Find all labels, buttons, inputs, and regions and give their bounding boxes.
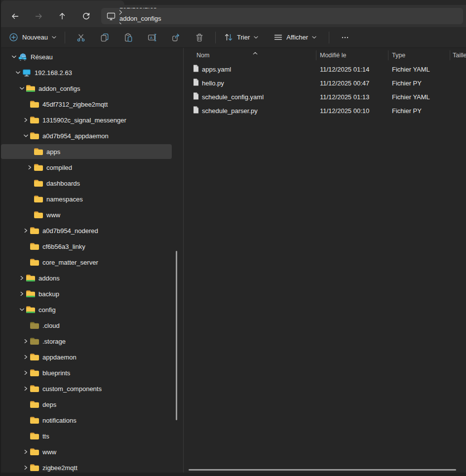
tree-item-45df7312_zigbee2mqtt[interactable]: 45df7312_zigbee2mqtt (0, 96, 183, 112)
tree-expand-chevron[interactable] (22, 464, 30, 472)
tree-expand-chevron[interactable] (18, 306, 26, 314)
column-resize-handle[interactable] (388, 50, 388, 60)
share-button[interactable] (167, 30, 184, 45)
tree-item-addon_configs[interactable]: addon_configs (0, 80, 183, 96)
address-field[interactable]: Réseau192.168.2.63addon_configsa0d7b954_… (101, 8, 463, 24)
breadcrumb-item-192.168.2.63[interactable]: 192.168.2.63 (116, 8, 160, 12)
folder-shared-icon (26, 306, 36, 314)
tree-expand-chevron[interactable] (18, 274, 26, 282)
chevron-placeholder (22, 321, 30, 329)
tree-item-backup[interactable]: backup (0, 286, 183, 302)
folder-icon (30, 369, 39, 377)
copy-button[interactable] (96, 30, 113, 45)
column-header-size[interactable]: Taille (450, 52, 466, 59)
folder-icon (34, 195, 43, 203)
tree-expand-chevron[interactable] (18, 84, 26, 92)
file-icon (193, 92, 199, 101)
tree-expand-chevron[interactable] (18, 290, 26, 298)
tree-expand-chevron[interactable] (22, 448, 30, 456)
chevron-right-icon (23, 370, 28, 375)
network-icon (18, 53, 28, 61)
file-icon (193, 79, 199, 86)
file-type: Fichier PY (388, 79, 450, 87)
file-row-apps.yaml[interactable]: apps.yaml11/12/2025 01:14Fichier YAML (184, 62, 466, 76)
chevron-right-icon (27, 165, 32, 170)
column-header-modified[interactable]: Modifié le (316, 52, 388, 59)
file-row-schedule_parser.py[interactable]: schedule_parser.py11/12/2025 00:10Fichie… (184, 104, 466, 118)
file-row-schedule_config.yaml[interactable]: schedule_config.yaml11/12/2025 01:13Fich… (184, 90, 466, 104)
column-header-name[interactable]: Nom (184, 52, 316, 59)
tree-expand-chevron[interactable] (22, 116, 30, 124)
folder-icon (30, 448, 39, 456)
tree-item-a0d7b954_appdaemon[interactable]: a0d7b954_appdaemon (0, 128, 183, 144)
more-ellipsis-icon (341, 34, 349, 41)
tree-expand-chevron[interactable] (26, 163, 34, 171)
tree-item-www[interactable]: www (0, 207, 183, 223)
sort-button[interactable]: Trier (220, 30, 263, 45)
tree-item-addons[interactable]: addons (0, 270, 183, 286)
tree-item-label: backup (39, 290, 59, 298)
tree-expand-chevron[interactable] (14, 69, 22, 77)
new-button[interactable]: Nouveau (4, 30, 61, 45)
paste-button[interactable] (120, 30, 137, 45)
tree-expand-chevron[interactable] (22, 227, 30, 235)
content-area: Réseau 192.168.2.63 addon_configs 45df73… (0, 48, 466, 476)
tree-item-apps[interactable]: apps (0, 144, 183, 159)
delete-button[interactable] (191, 30, 208, 45)
tree-item-1315902c_signal_messenger[interactable]: 1315902c_signal_messenger (0, 112, 183, 128)
tree-item-appdaemon[interactable]: appdaemon (0, 349, 183, 365)
file-icon (193, 65, 199, 72)
back-button[interactable] (6, 8, 24, 24)
tree-item-deps[interactable]: deps (0, 397, 183, 412)
tree-expand-chevron[interactable] (22, 353, 30, 361)
tree-item-compiled[interactable]: compiled (0, 159, 183, 175)
column-resize-handle[interactable] (450, 50, 450, 60)
tree-expand-chevron[interactable] (22, 385, 30, 393)
svg-text:A: A (150, 35, 153, 40)
tree-item-label: 192.168.2.63 (35, 69, 72, 77)
tree-item-dashboards[interactable]: dashboards (0, 175, 183, 191)
folder-icon (34, 179, 43, 187)
tree-item-label: deps (42, 401, 56, 408)
chevron-placeholder (22, 400, 30, 408)
column-header-type[interactable]: Type (388, 52, 450, 59)
cut-button[interactable] (73, 30, 89, 45)
chevron-right-icon (23, 449, 28, 454)
breadcrumb-item-addon_configs[interactable]: addon_configs (116, 12, 165, 24)
tree-item-blueprints[interactable]: blueprints (0, 365, 183, 381)
tree-item-namespaces[interactable]: namespaces (0, 191, 183, 207)
folder-icon (34, 163, 43, 171)
tree-item-.storage[interactable]: .storage (0, 333, 183, 349)
tree-item-config[interactable]: config (0, 302, 183, 317)
tree-item-www[interactable]: www (0, 444, 183, 460)
tree-expand-chevron[interactable] (10, 53, 18, 61)
tree-item-a0d7b954_nodered[interactable]: a0d7b954_nodered (0, 223, 183, 238)
tree-item-cf6b56a3_linky[interactable]: cf6b56a3_linky (0, 238, 183, 254)
tree-item-label: compiled (46, 164, 72, 171)
tree-item-label: tts (42, 433, 49, 440)
up-button[interactable] (53, 8, 71, 24)
column-resize-handle[interactable] (316, 50, 316, 60)
tree-item-.cloud[interactable]: .cloud (0, 317, 183, 333)
tree-item-Réseau[interactable]: Réseau (0, 49, 183, 65)
refresh-button[interactable] (77, 8, 95, 24)
tree-item-core_matter_server[interactable]: core_matter_server (0, 254, 183, 270)
view-button[interactable]: Afficher (270, 30, 321, 45)
tree-item-custom_components[interactable]: custom_components (0, 381, 183, 397)
file-row-hello.py[interactable]: hello.py11/12/2025 00:47Fichier PY (184, 76, 466, 90)
explorer-tab[interactable] (1, 0, 124, 5)
see-more-button[interactable] (337, 30, 353, 45)
chevron-right-icon (119, 22, 122, 24)
rename-button[interactable]: A (144, 30, 160, 45)
forward-button[interactable] (30, 8, 47, 24)
tree-expand-chevron[interactable] (22, 337, 30, 345)
tree-expand-chevron[interactable] (22, 369, 30, 377)
tree-item-192.168.2.63[interactable]: 192.168.2.63 (0, 65, 183, 80)
folder-icon (30, 353, 39, 361)
file-icon (193, 92, 199, 100)
tree-expand-chevron[interactable] (22, 132, 30, 140)
horizontal-scrollbar[interactable] (189, 469, 456, 471)
folder-shared-icon (26, 84, 36, 92)
tree-item-tts[interactable]: tts (0, 428, 183, 444)
tree-item-notifications[interactable]: notifications (0, 412, 183, 428)
